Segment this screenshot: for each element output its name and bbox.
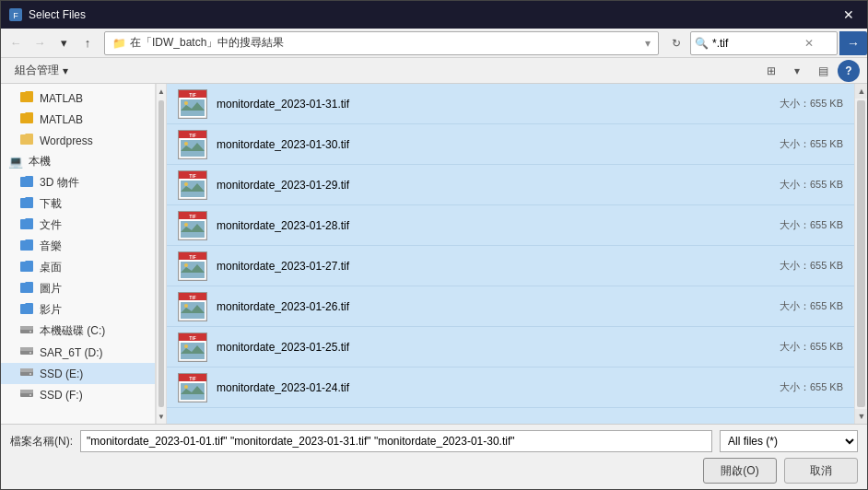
sidebar-item-icon-11 — [19, 323, 34, 339]
window-icon: F — [8, 7, 23, 22]
close-button[interactable]: ✕ — [838, 4, 860, 26]
svg-text:TIF: TIF — [189, 294, 196, 299]
cancel-button[interactable]: 取消 — [784, 458, 858, 484]
sidebar-item-5[interactable]: 下載 — [1, 193, 155, 215]
organise-button[interactable]: 組合管理 ▾ — [8, 60, 75, 81]
file-name-4: monitordate_2023-01-27.tif — [217, 260, 349, 273]
sidebar-scroll-up[interactable]: ▲ — [157, 84, 166, 99]
search-go-button[interactable]: → — [839, 31, 867, 55]
sidebar-item-12[interactable]: SAR_6T (D:) — [1, 342, 155, 363]
sidebar-item-7[interactable]: 音樂 — [1, 236, 155, 257]
sidebar-item-label-5: 下載 — [40, 196, 62, 212]
address-dropdown[interactable]: ▾ — [645, 37, 651, 50]
file-item-inner-5: monitordate_2023-01-26.tif 大小：655 KB — [217, 299, 843, 313]
filename-input[interactable] — [80, 430, 712, 452]
sidebar-item-icon-7 — [19, 239, 34, 254]
file-thumbnail-7: TIF — [178, 373, 207, 402]
search-icon: 🔍 — [695, 37, 709, 50]
forward-button[interactable]: → — [29, 32, 51, 54]
sidebar-item-3[interactable]: 💻本機 — [1, 151, 155, 172]
file-item-7[interactable]: TIF monitordate_2023-01-24.tif 大小：655 KB — [167, 368, 854, 408]
svg-rect-3 — [20, 326, 33, 330]
sidebar-scroll-thumb[interactable] — [158, 100, 164, 407]
svg-point-18 — [184, 101, 188, 105]
sidebar-item-13[interactable]: SSD (E:) — [1, 363, 155, 384]
sidebar-item-label-4: 3D 物件 — [40, 175, 79, 191]
sidebar-item-label-7: 音樂 — [40, 239, 62, 254]
nav-dropdown-button[interactable]: ▾ — [53, 32, 75, 54]
sidebar-item-icon-8 — [19, 260, 34, 275]
title-bar-left: F Select Files — [8, 7, 86, 22]
address-text: 在「IDW_batch」中的搜尋結果 — [130, 35, 284, 51]
scroll-thumb[interactable] — [857, 100, 865, 407]
sidebar-item-icon-4 — [19, 175, 34, 191]
file-item-4[interactable]: TIF monitordate_2023-01-27.tif 大小：655 KB — [167, 246, 854, 286]
sidebar-item-1[interactable]: MATLAB — [1, 109, 155, 130]
file-item-1[interactable]: TIF monitordate_2023-01-30.tif 大小：655 KB — [167, 124, 854, 165]
svg-point-10 — [29, 373, 31, 375]
filename-row: 檔案名稱(N): All files (*) — [10, 430, 858, 452]
layout-button[interactable]: ▤ — [812, 60, 834, 82]
refresh-button[interactable]: ↻ — [664, 31, 688, 55]
filetype-select[interactable]: All files (*) — [720, 430, 858, 452]
button-row: 開啟(O) 取消 — [10, 458, 858, 484]
sidebar-item-label-0: MATLAB — [40, 92, 83, 105]
file-item-inner-7: monitordate_2023-01-24.tif 大小：655 KB — [217, 380, 843, 394]
file-name-3: monitordate_2023-01-28.tif — [217, 219, 349, 232]
scroll-up-arrow[interactable]: ▲ — [855, 84, 867, 99]
file-name-5: monitordate_2023-01-26.tif — [217, 300, 349, 313]
sidebar-item-label-13: SSD (E:) — [40, 368, 83, 380]
sidebar-item-label-3: 本機 — [29, 154, 51, 169]
sidebar-item-icon-12 — [19, 344, 34, 360]
up-button[interactable]: ↑ — [76, 32, 99, 54]
scroll-down-arrow[interactable]: ▼ — [855, 409, 867, 424]
sidebar-item-icon-2 — [19, 133, 34, 148]
sidebar-item-8[interactable]: 桌面 — [1, 257, 155, 278]
file-size-3: 大小：655 KB — [780, 218, 843, 232]
back-button[interactable]: ← — [5, 32, 27, 54]
filename-label: 檔案名稱(N): — [10, 434, 73, 449]
sidebar-item-icon-1 — [19, 111, 34, 127]
svg-point-23 — [184, 142, 188, 146]
svg-text:TIF: TIF — [189, 172, 196, 178]
nav-toolbar: ← → ▾ ↑ 📁 在「IDW_batch」中的搜尋結果 ▾ ↻ 🔍 ✕ → — [1, 29, 867, 58]
sidebar-item-label-6: 文件 — [40, 217, 62, 233]
sidebar-item-0[interactable]: MATLAB — [1, 88, 155, 109]
svg-point-7 — [29, 352, 31, 354]
file-item-inner-2: monitordate_2023-01-29.tif 大小：655 KB — [217, 178, 843, 192]
svg-text:TIF: TIF — [189, 213, 196, 218]
sidebar-scroll-down[interactable]: ▼ — [157, 409, 166, 424]
open-button[interactable]: 開啟(O) — [703, 458, 777, 484]
view-dropdown-button[interactable]: ▾ — [786, 60, 808, 82]
search-clear-button[interactable]: ✕ — [804, 37, 814, 50]
sidebar-item-14[interactable]: SSD (F:) — [1, 384, 155, 405]
file-item-0[interactable]: TIF monitordate_2023-01-31.tif 大小：655 KB — [167, 84, 854, 124]
file-item-2[interactable]: TIF monitordate_2023-01-29.tif 大小：655 KB — [167, 165, 854, 205]
sidebar-item-9[interactable]: 圖片 — [1, 278, 155, 299]
sidebar-scrollbar[interactable]: ▲ ▼ — [156, 84, 167, 424]
sidebar-item-icon-9 — [19, 281, 34, 297]
sidebar-item-label-10: 影片 — [40, 302, 62, 318]
sidebar-item-icon-0 — [19, 90, 34, 106]
svg-text:F: F — [13, 11, 18, 20]
svg-point-13 — [29, 394, 31, 396]
file-item-5[interactable]: TIF monitordate_2023-01-26.tif 大小：655 KB — [167, 286, 854, 327]
main-area: MATLABMATLABWordpress💻本機3D 物件下載文件音樂桌面圖片影… — [1, 84, 867, 424]
title-bar: F Select Files ✕ — [1, 1, 867, 29]
sidebar-item-icon-6 — [19, 217, 34, 233]
file-size-2: 大小：655 KB — [780, 178, 843, 192]
sidebar-item-10[interactable]: 影片 — [1, 299, 155, 321]
sidebar-item-6[interactable]: 文件 — [1, 215, 155, 236]
svg-text:TIF: TIF — [189, 334, 196, 340]
svg-text:TIF: TIF — [189, 253, 196, 259]
view-mode-button[interactable]: ⊞ — [760, 60, 782, 82]
address-path[interactable]: 📁 在「IDW_batch」中的搜尋結果 ▾ — [104, 31, 659, 55]
file-list-scrollbar[interactable]: ▲ ▼ — [854, 84, 867, 424]
help-button[interactable]: ? — [838, 60, 860, 82]
search-input[interactable] — [712, 37, 804, 50]
file-item-6[interactable]: TIF monitordate_2023-01-25.tif 大小：655 KB — [167, 327, 854, 368]
sidebar-item-11[interactable]: 本機磁碟 (C:) — [1, 321, 155, 342]
sidebar-item-2[interactable]: Wordpress — [1, 130, 155, 151]
sidebar-item-4[interactable]: 3D 物件 — [1, 172, 155, 193]
file-item-3[interactable]: TIF monitordate_2023-01-28.tif 大小：655 KB — [167, 205, 854, 246]
